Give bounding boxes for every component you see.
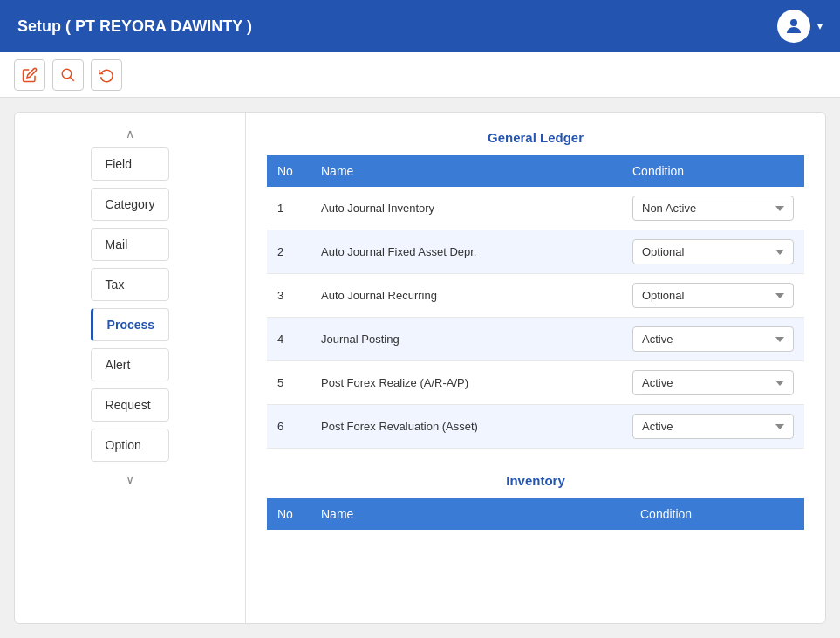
- cell-condition: Non ActiveOptionalActive: [622, 318, 804, 361]
- table-row: 4Journal PostingNon ActiveOptionalActive: [267, 318, 804, 361]
- svg-point-1: [62, 69, 72, 79]
- condition-select[interactable]: Non ActiveOptionalActive: [632, 239, 794, 264]
- table-row: 1Auto Journal InventoryNon ActiveOptiona…: [267, 187, 804, 230]
- sidebar-item-mail[interactable]: Mail: [91, 228, 170, 261]
- cell-no: 6: [267, 405, 311, 449]
- cell-no: 3: [267, 274, 311, 318]
- cell-name: Auto Journal Inventory: [311, 187, 622, 230]
- table-row: 5Post Forex Realize (A/R-A/P)Non ActiveO…: [267, 361, 804, 405]
- cell-name: Auto Journal Recurring: [311, 274, 622, 318]
- user-menu[interactable]: ▾: [777, 10, 823, 43]
- sidebar-nav: FieldCategoryMailTaxProcessAlertRequestO…: [91, 147, 170, 469]
- condition-select[interactable]: Non ActiveOptionalActive: [632, 414, 794, 439]
- undo-button[interactable]: [91, 59, 122, 91]
- cell-name: Post Forex Realize (A/R-A/P): [311, 361, 622, 405]
- header: Setup ( PT REYORA DAWINTY ) ▾: [0, 0, 840, 52]
- cell-name: Journal Posting: [311, 318, 622, 361]
- table-row: 6Post Forex Revaluation (Asset)Non Activ…: [267, 405, 804, 449]
- sidebar-item-process[interactable]: Process: [91, 308, 170, 341]
- sidebar-chevron-up[interactable]: ∧: [126, 127, 134, 141]
- user-icon: [783, 16, 804, 37]
- cell-no: 5: [267, 361, 311, 405]
- cell-name: Post Forex Revaluation (Asset): [311, 405, 622, 449]
- inventory-table: No Name Condition: [267, 498, 804, 530]
- cell-no: 4: [267, 318, 311, 361]
- svg-line-2: [70, 77, 74, 81]
- sidebar: ∧ FieldCategoryMailTaxProcessAlertReques…: [15, 113, 246, 623]
- cell-name: Auto Journal Fixed Asset Depr.: [311, 230, 622, 274]
- svg-point-0: [790, 19, 797, 26]
- search-icon: [60, 67, 76, 83]
- condition-select[interactable]: Non ActiveOptionalActive: [632, 370, 794, 395]
- table-row: 2Auto Journal Fixed Asset Depr.Non Activ…: [267, 230, 804, 274]
- table-header-row: No Name Condition: [267, 155, 804, 187]
- cell-condition: Non ActiveOptionalActive: [622, 361, 804, 405]
- sidebar-item-request[interactable]: Request: [91, 388, 170, 422]
- inv-col-header-no: No: [267, 498, 311, 530]
- col-header-name: Name: [311, 155, 622, 187]
- toolbar: [0, 52, 840, 98]
- inv-col-header-name: Name: [311, 498, 630, 530]
- col-header-no: No: [267, 155, 311, 187]
- content-area: General Ledger No Name Condition 1Auto J…: [246, 113, 825, 623]
- cell-condition: Non ActiveOptionalActive: [622, 230, 804, 274]
- page-title: Setup ( PT REYORA DAWINTY ): [17, 17, 252, 36]
- cell-no: 1: [267, 187, 311, 230]
- inventory-header-row: No Name Condition: [267, 498, 804, 530]
- inventory-title: Inventory: [267, 473, 804, 488]
- col-header-condition: Condition: [622, 155, 804, 187]
- inv-col-header-condition: Condition: [630, 498, 804, 530]
- general-ledger-table: No Name Condition 1Auto Journal Inventor…: [267, 155, 804, 449]
- cell-condition: Non ActiveOptionalActive: [622, 187, 804, 230]
- condition-select[interactable]: Non ActiveOptionalActive: [632, 326, 794, 352]
- sidebar-item-field[interactable]: Field: [91, 147, 170, 181]
- sidebar-item-option[interactable]: Option: [91, 429, 170, 462]
- cell-condition: Non ActiveOptionalActive: [622, 274, 804, 318]
- cell-condition: Non ActiveOptionalActive: [622, 405, 804, 449]
- sidebar-item-category[interactable]: Category: [91, 188, 170, 221]
- chevron-down-icon: ▾: [817, 20, 823, 32]
- condition-select[interactable]: Non ActiveOptionalActive: [632, 196, 794, 221]
- sidebar-item-alert[interactable]: Alert: [91, 348, 170, 381]
- condition-select[interactable]: Non ActiveOptionalActive: [632, 283, 794, 308]
- general-ledger-tbody: 1Auto Journal InventoryNon ActiveOptiona…: [267, 187, 804, 449]
- avatar[interactable]: [777, 10, 810, 43]
- search-button[interactable]: [52, 59, 84, 91]
- sidebar-item-tax[interactable]: Tax: [91, 268, 170, 301]
- card: ∧ FieldCategoryMailTaxProcessAlertReques…: [14, 112, 826, 624]
- main-content: ∧ FieldCategoryMailTaxProcessAlertReques…: [0, 98, 840, 638]
- edit-button[interactable]: [14, 59, 45, 91]
- undo-icon: [99, 67, 114, 83]
- general-ledger-title: General Ledger: [267, 130, 804, 145]
- table-row: 3Auto Journal RecurringNon ActiveOptiona…: [267, 274, 804, 318]
- edit-icon: [22, 67, 38, 83]
- sidebar-chevron-down[interactable]: ∨: [126, 472, 134, 486]
- cell-no: 2: [267, 230, 311, 274]
